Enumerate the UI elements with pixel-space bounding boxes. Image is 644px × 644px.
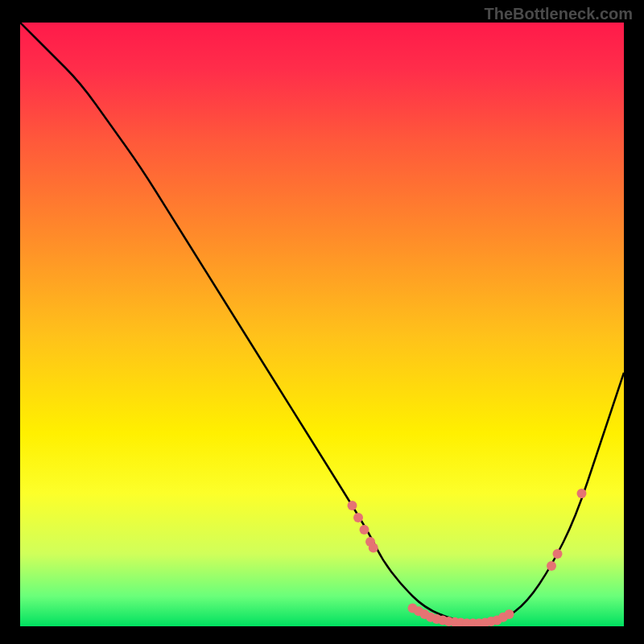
data-point (462, 618, 472, 626)
data-point (426, 613, 436, 622)
watermark-text: TheBottleneck.com (485, 5, 633, 23)
data-point (505, 609, 514, 619)
bottleneck-curve (20, 23, 624, 622)
axis-y (19, 21, 20, 628)
data-point (486, 617, 496, 626)
data-point (481, 618, 490, 627)
data-point (353, 513, 363, 522)
data-point (420, 609, 430, 619)
axis-x (19, 626, 625, 628)
data-point (450, 617, 460, 626)
data-point (414, 606, 423, 616)
data-point (408, 604, 418, 613)
data-point (469, 618, 478, 626)
data-point (456, 618, 466, 627)
data-point (553, 549, 563, 559)
data-point (360, 525, 369, 535)
chart-plot-area (20, 23, 624, 626)
data-point (577, 489, 587, 498)
data-point (493, 616, 502, 625)
chart-svg (20, 23, 624, 626)
data-point (474, 618, 484, 626)
data-points-group (348, 489, 587, 626)
data-point (369, 543, 378, 553)
data-point (444, 617, 454, 626)
data-point (498, 613, 508, 622)
data-point (348, 501, 357, 510)
data-point (432, 614, 442, 624)
data-point (438, 616, 448, 625)
data-point (547, 561, 556, 571)
data-point (365, 537, 375, 547)
